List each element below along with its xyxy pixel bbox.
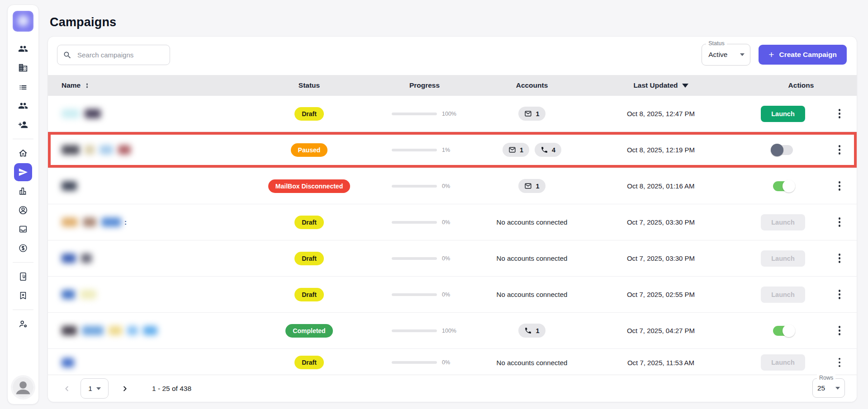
launch-button-disabled: Launch [761, 214, 805, 230]
sidebar-item-document-attachment[interactable] [14, 268, 32, 286]
status-badge: Draft [294, 107, 324, 121]
search-input[interactable] [76, 51, 164, 59]
campaign-toggle-off[interactable] [770, 143, 796, 157]
table-header: NameStatusProgressAccountsLast UpdatedAc… [48, 75, 857, 96]
status-cell: Draft [256, 107, 362, 121]
redacted-name-blob [109, 326, 122, 335]
redacted-name-blob [85, 145, 95, 155]
campaign-name-cell[interactable] [48, 290, 256, 299]
next-page-button[interactable] [116, 380, 134, 398]
campaign-toggle-on[interactable] [770, 324, 796, 338]
chevron-right-icon [121, 385, 129, 393]
sidebar-item-person-gear[interactable] [14, 315, 32, 333]
kebab-menu-icon[interactable] [836, 215, 844, 230]
sidebar-item-home[interactable] [14, 144, 32, 162]
accounts-cell: 1 [487, 324, 577, 338]
campaign-name-cell[interactable] [48, 254, 256, 263]
sidebar-item-building[interactable] [14, 59, 32, 77]
list-icon [18, 82, 28, 92]
campaign-name-cell[interactable] [48, 181, 256, 191]
sidebar-item-users-alt[interactable] [14, 97, 32, 115]
progress-percent: 0% [442, 255, 457, 262]
redacted-name-blob [85, 109, 101, 118]
progress-bar [392, 329, 437, 332]
campaign-toggle-on[interactable] [770, 179, 796, 193]
kebab-menu-icon[interactable] [836, 287, 844, 302]
kebab-menu-icon[interactable] [836, 179, 844, 193]
app-logo[interactable] [13, 11, 33, 32]
campaign-name-cell[interactable] [48, 326, 256, 335]
page-select[interactable]: 1 [81, 378, 109, 399]
users-alt-icon [18, 101, 28, 111]
actions-cell: Launch [745, 250, 857, 267]
redacted-name-blob [143, 326, 157, 335]
progress-cell: 1% [362, 147, 487, 153]
users-icon [18, 44, 28, 54]
last-updated-cell: Oct 7, 2025, 03:30 PM [577, 254, 745, 262]
sidebar-nav [8, 40, 38, 334]
kebab-menu-icon[interactable] [836, 106, 844, 121]
table-row: Draft0%No accounts connectedOct 7, 2025,… [48, 277, 857, 313]
sidebar-item-bookmark-star[interactable] [14, 287, 32, 305]
sidebar-item-person-add[interactable] [14, 116, 32, 134]
sidebar-item-inbox[interactable] [14, 220, 32, 238]
chevron-down-icon [835, 387, 840, 390]
prev-page-button[interactable] [58, 380, 76, 398]
status-filter-select[interactable]: Status Active [702, 44, 750, 66]
progress-percent: 0% [442, 359, 457, 366]
status-cell: Draft [256, 288, 362, 301]
kebab-menu-icon[interactable] [836, 142, 844, 157]
table-row: Draft0%No accounts connectedOct 7, 2025,… [48, 240, 857, 277]
person-gear-icon [18, 319, 28, 329]
rows-per-page-select[interactable]: Rows 25 [812, 378, 845, 398]
kebab-menu-icon[interactable] [836, 323, 844, 338]
progress-bar [392, 185, 437, 188]
last-updated-cell: Oct 7, 2025, 02:55 PM [577, 291, 745, 298]
last-updated-text: Oct 7, 2025, 02:55 PM [627, 291, 695, 298]
campaign-name-cell[interactable] [48, 109, 256, 118]
campaign-name-cell[interactable]: : [48, 217, 256, 227]
sidebar-item-dollar[interactable] [14, 239, 32, 257]
column-header-name[interactable]: Name [48, 81, 256, 89]
launch-button[interactable]: Launch [761, 106, 805, 122]
search-icon [63, 51, 72, 60]
kebab-menu-icon[interactable] [836, 355, 844, 370]
status-cell: Paused [256, 143, 362, 157]
sidebar-item-users[interactable] [14, 40, 32, 58]
last-updated-text: Oct 7, 2025, 11:53 AM [627, 359, 694, 367]
redacted-name-blob [101, 217, 121, 227]
campaign-name-cell[interactable] [48, 358, 256, 367]
redacted-name-blob [80, 290, 96, 299]
table-body: Draft100%1Oct 8, 2025, 12:47 PMLaunchPau… [48, 96, 857, 376]
redacted-name-blob [62, 109, 80, 118]
progress-cell: 100% [362, 328, 487, 334]
progress-bar [392, 113, 437, 115]
create-campaign-button[interactable]: + Create Campaign [759, 45, 847, 65]
redacted-name-blob [82, 326, 104, 335]
redacted-name-blob [62, 181, 77, 191]
dollar-icon [18, 243, 28, 253]
status-badge: Draft [294, 288, 324, 301]
sidebar-item-list[interactable] [14, 78, 32, 96]
table-row: Draft0%No accounts connectedOct 7, 2025,… [48, 349, 857, 376]
redacted-name-blob [100, 145, 113, 155]
status-cell: Draft [256, 356, 362, 369]
redacted-name-blob [127, 326, 138, 335]
last-updated-cell: Oct 8, 2025, 12:47 PM [577, 110, 745, 118]
last-updated-cell: Oct 7, 2025, 04:27 PM [577, 327, 745, 334]
sidebar-item-send[interactable] [14, 163, 32, 181]
sidebar-item-account-circle[interactable] [14, 201, 32, 219]
user-avatar[interactable] [13, 377, 33, 398]
person-silhouette-icon [13, 377, 33, 398]
rows-per-page-label: Rows [817, 375, 835, 381]
page-title: Campaigns [50, 15, 116, 29]
sidebar [7, 5, 39, 404]
pagination-bar: 1 1 - 25 of 438 Rows 25 [48, 375, 857, 402]
redacted-name-blob [62, 217, 78, 227]
progress-bar [392, 257, 437, 260]
create-campaign-label: Create Campaign [779, 51, 837, 59]
kebab-menu-icon[interactable] [836, 251, 844, 266]
campaign-name-cell[interactable] [48, 145, 256, 155]
column-header-last-updated[interactable]: Last Updated [577, 81, 745, 89]
sidebar-item-bar-chart[interactable] [14, 182, 32, 200]
